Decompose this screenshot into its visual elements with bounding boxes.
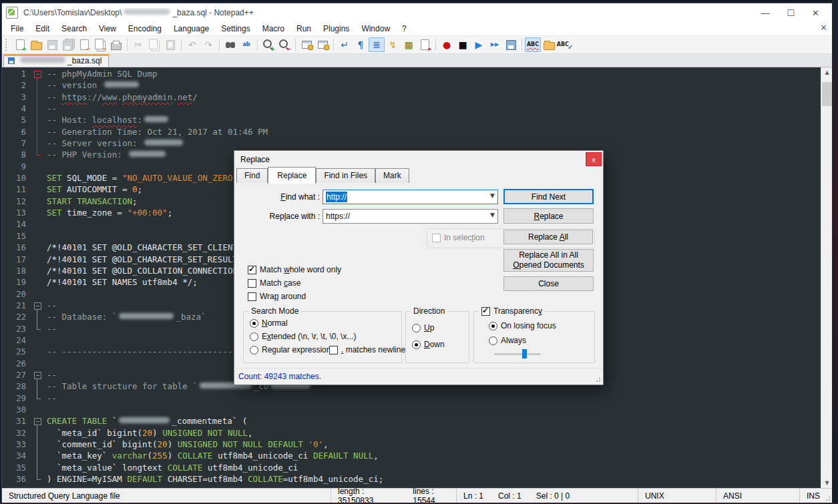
- document-switcher-icon[interactable]: ▸: [417, 37, 433, 52]
- dialog-resize-grip[interactable]: [594, 375, 603, 385]
- spell-check-icon[interactable]: ABC: [525, 37, 541, 52]
- macro-save-icon[interactable]: [503, 37, 519, 52]
- paste-icon[interactable]: [162, 37, 178, 52]
- match-whole-word-checkbox[interactable]: Match whole word only: [248, 265, 341, 274]
- menu-macro[interactable]: Macro: [256, 23, 290, 35]
- function-list-icon[interactable]: ↯: [385, 37, 401, 52]
- vertical-scrollbar[interactable]: ▲ ▼: [821, 67, 833, 488]
- cut-icon[interactable]: ✂: [130, 37, 146, 52]
- redo-icon[interactable]: ↷: [200, 37, 216, 52]
- sync-horizontal-scroll-icon[interactable]: [315, 37, 331, 52]
- zoom-out-icon[interactable]: −: [276, 37, 292, 52]
- tab-find-in-files[interactable]: Find in Files: [316, 168, 375, 183]
- status-eol-format[interactable]: UNIX: [638, 489, 716, 503]
- find-next-button[interactable]: Find Next: [503, 189, 594, 204]
- fold-marker-icon[interactable]: [32, 369, 43, 381]
- status-encoding[interactable]: ANSI: [716, 489, 799, 503]
- find-icon[interactable]: [222, 37, 238, 52]
- auto-spell-check-icon[interactable]: ABC✓: [557, 37, 573, 52]
- spell-check-document-icon[interactable]: [541, 37, 557, 52]
- copy-icon[interactable]: [146, 37, 162, 52]
- menu-run[interactable]: Run: [290, 23, 317, 35]
- chevron-down-icon[interactable]: ▼: [490, 192, 495, 199]
- slider-thumb[interactable]: [522, 349, 527, 358]
- radio-icon[interactable]: [250, 332, 258, 341]
- save-file-icon[interactable]: [44, 37, 60, 52]
- close-button[interactable]: ✕: [812, 8, 819, 18]
- maximize-button[interactable]: ☐: [787, 8, 795, 18]
- menu-plugins[interactable]: Plugins: [317, 23, 355, 35]
- menu-window[interactable]: Window: [355, 23, 396, 35]
- tab-find[interactable]: Find: [236, 168, 268, 183]
- checkbox-icon[interactable]: [248, 279, 256, 288]
- radio-icon[interactable]: [489, 336, 497, 345]
- radio-down[interactable]: Down: [412, 340, 445, 349]
- document-tab[interactable]: _baza.sql: [3, 54, 109, 67]
- replace-icon[interactable]: ab: [238, 37, 254, 52]
- checkbox-icon[interactable]: [248, 292, 256, 301]
- radio-selected-icon[interactable]: [489, 322, 497, 330]
- document-map-icon[interactable]: ▦: [401, 37, 417, 52]
- macro-play-icon[interactable]: ▶: [471, 37, 487, 52]
- close-all-icon[interactable]: −: [92, 37, 108, 52]
- dialog-close-button[interactable]: x: [586, 152, 602, 166]
- macro-run-multiple-icon[interactable]: ▶▶: [487, 37, 503, 52]
- chevron-down-icon[interactable]: ▼: [490, 212, 495, 218]
- menu-help[interactable]: ?: [396, 23, 413, 35]
- scrollbar-thumb[interactable]: [822, 82, 832, 106]
- checkbox-icon[interactable]: [432, 234, 441, 242]
- in-selection-checkbox[interactable]: In selection: [432, 233, 485, 242]
- menu-encoding[interactable]: Encoding: [122, 23, 168, 35]
- wrap-around-checkbox[interactable]: Wrap around: [248, 292, 306, 301]
- radio-icon[interactable]: [412, 324, 421, 332]
- menu-search[interactable]: Search: [55, 23, 93, 35]
- macro-stop-icon[interactable]: ■: [455, 37, 471, 52]
- transparency-checkbox[interactable]: Transparency: [479, 306, 545, 316]
- radio-up[interactable]: Up: [412, 323, 434, 332]
- radio-selected-icon[interactable]: [250, 319, 258, 328]
- transparency-slider[interactable]: [494, 349, 541, 358]
- sync-vertical-scroll-icon[interactable]: [298, 37, 315, 52]
- save-all-icon[interactable]: [60, 37, 76, 52]
- radio-regular-expression[interactable]: Regular expression: [250, 345, 331, 354]
- radio-selected-icon[interactable]: [412, 340, 421, 349]
- minimize-button[interactable]: —: [761, 8, 769, 18]
- menu-language[interactable]: Language: [168, 23, 215, 35]
- match-case-checkbox[interactable]: Match case: [248, 278, 300, 288]
- macro-record-icon[interactable]: ●: [439, 37, 455, 52]
- menu-edit[interactable]: Edit: [29, 23, 55, 35]
- radio-normal[interactable]: Normal: [250, 318, 288, 328]
- slider-track[interactable]: [494, 353, 541, 355]
- open-file-icon[interactable]: [28, 37, 44, 52]
- menu-file[interactable]: File: [5, 23, 29, 35]
- replace-with-combobox[interactable]: https:// ▼: [323, 209, 498, 224]
- tab-mark[interactable]: Mark: [375, 168, 409, 183]
- undo-icon[interactable]: ↶: [184, 37, 200, 52]
- matches-newline-checkbox[interactable]: . matches newline: [329, 345, 405, 354]
- new-file-icon[interactable]: +: [12, 37, 28, 52]
- zoom-in-icon[interactable]: +: [260, 37, 276, 52]
- radio-icon[interactable]: [250, 346, 258, 354]
- scroll-down-icon[interactable]: ▼: [821, 478, 833, 488]
- fold-marker-icon[interactable]: [32, 68, 43, 79]
- replace-button[interactable]: Replace: [503, 208, 594, 224]
- find-what-combobox[interactable]: http:// ▼: [323, 190, 498, 204]
- radio-always[interactable]: Always: [489, 336, 526, 345]
- checkbox-checked-icon[interactable]: [481, 307, 490, 316]
- menu-view[interactable]: View: [93, 23, 122, 35]
- scroll-up-icon[interactable]: ▲: [821, 67, 833, 77]
- word-wrap-icon[interactable]: ↵: [337, 37, 353, 52]
- replace-all-button[interactable]: Replace All: [503, 230, 593, 244]
- replace-all-open-docs-button[interactable]: Replace All in All Opened Documents: [503, 249, 594, 272]
- tab-replace[interactable]: Replace: [268, 167, 316, 184]
- show-all-characters-icon[interactable]: ¶: [353, 37, 369, 52]
- close-dialog-button[interactable]: Close: [503, 276, 594, 291]
- close-file-icon[interactable]: −: [76, 37, 92, 52]
- show-indent-guide-icon[interactable]: ≣: [369, 37, 385, 52]
- menu-settings[interactable]: Settings: [215, 23, 256, 35]
- fold-marker-icon[interactable]: [32, 300, 43, 311]
- print-icon[interactable]: [108, 37, 124, 52]
- menubar-close-icon[interactable]: ✕: [820, 23, 827, 33]
- status-insert-mode[interactable]: INS: [799, 489, 823, 503]
- radio-extended[interactable]: Extended (\n, \r, \t, \0, \x...): [250, 332, 356, 341]
